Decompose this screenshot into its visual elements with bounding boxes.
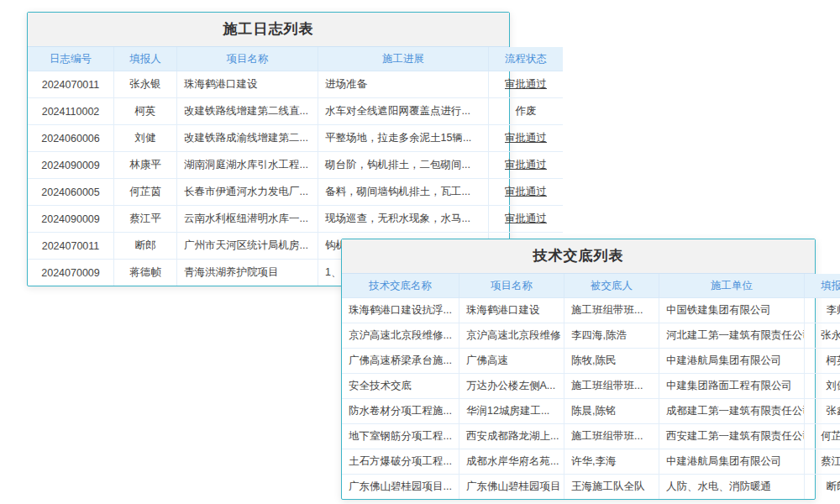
cell-project[interactable]: 广佛高速 <box>459 349 564 374</box>
cell-status[interactable]: 审批通过 <box>489 179 564 206</box>
cell-reporter[interactable]: 李帅 <box>805 298 840 323</box>
table-row: 广东佛山碧桂园项目...广东佛山碧桂园项目王海施工队全队人防、水电、消防暖通断郎 <box>342 475 840 500</box>
cell-name[interactable]: 广东佛山碧桂园项目... <box>342 475 459 500</box>
cell-name[interactable]: 珠海鹤港口建设抗浮... <box>342 298 459 323</box>
cell-project[interactable]: 珠海鹤港口建设 <box>459 298 564 323</box>
cell-progress: 平整场地，拉走多余泥土15辆... <box>318 125 489 152</box>
cell-reporter: 断郎 <box>114 233 177 260</box>
cell-id[interactable]: 2024090009 <box>28 152 114 179</box>
cell-name[interactable]: 防水卷材分项工程施... <box>342 399 459 424</box>
cell-receiver: 施工班组带班... <box>564 298 659 323</box>
construction-log-title: 施工日志列表 <box>28 13 509 47</box>
column-header-reporter: 填报人 <box>805 274 840 298</box>
cell-receiver: 施工班组带班... <box>564 424 659 449</box>
column-header-unit: 施工单位 <box>659 274 805 298</box>
tech-disclosure-table: 技术交底名称项目名称被交底人施工单位填报人 珠海鹤港口建设抗浮...珠海鹤港口建… <box>342 274 840 499</box>
disclosure-table-body: 珠海鹤港口建设抗浮...珠海鹤港口建设施工班组带班...中国铁建集团有限公司李帅… <box>342 298 840 500</box>
cell-unit: 人防、水电、消防暖通 <box>659 475 805 500</box>
cell-progress: 水车对全线遮阳网覆盖点进行... <box>318 98 489 125</box>
table-row: 2024090009蔡江平云南水利枢纽潜明水库一...现场巡查，无积水现象，水马… <box>28 206 563 233</box>
table-row: 京沪高速北京段维修...京沪高速北京段维修李四海,陈浩河北建工第一建筑有限责任公… <box>342 323 840 349</box>
cell-reporter: 林康平 <box>114 152 177 179</box>
cell-project[interactable]: 改建铁路线增建第二线直... <box>177 98 318 125</box>
column-header-project: 项目名称 <box>177 47 318 71</box>
cell-reporter: 蔡江平 <box>114 206 177 233</box>
cell-status[interactable]: 审批通过 <box>489 71 564 98</box>
cell-reporter[interactable]: 刘健 <box>805 374 840 399</box>
cell-id[interactable]: 2024110002 <box>28 98 114 125</box>
cell-id[interactable]: 2024090009 <box>28 206 114 233</box>
cell-project[interactable]: 成都水岸华府名苑... <box>459 449 564 475</box>
cell-id[interactable]: 2024060006 <box>28 125 114 152</box>
cell-project[interactable]: 京沪高速北京段维修 <box>459 323 564 349</box>
cell-project[interactable]: 青海洪湖养护院项目 <box>177 260 318 286</box>
cell-id[interactable]: 2024070009 <box>28 260 114 286</box>
cell-reporter: 柯英 <box>114 98 177 125</box>
cell-progress: 进场准备 <box>318 71 489 98</box>
cell-project[interactable]: 万达办公楼左侧A... <box>459 374 564 399</box>
cell-receiver: 施工班组带班... <box>564 374 659 399</box>
cell-project[interactable]: 湖南洞庭湖水库引水工程... <box>177 152 318 179</box>
cell-id[interactable]: 2024070011 <box>28 71 114 98</box>
table-row: 安全技术交底万达办公楼左侧A...施工班组带班...中建集团路面工程有限公司刘健 <box>342 374 840 399</box>
cell-unit: 西安建工第一建筑有限责任公司 <box>659 424 805 449</box>
table-row: 2024090009林康平湖南洞庭湖水库引水工程...砌台阶，钩机排土，二包砌间… <box>28 152 563 179</box>
cell-project[interactable]: 广州市天河区统计局机房... <box>177 233 318 260</box>
cell-unit: 中建港航局集团有限公司 <box>659 449 805 475</box>
cell-status[interactable]: 审批通过 <box>489 206 564 233</box>
cell-reporter[interactable]: 张永银 <box>805 323 840 349</box>
table-row: 2024060006刘健改建铁路成渝线增建第二...平整场地，拉走多余泥土15辆… <box>28 125 563 152</box>
cell-reporter[interactable]: 张鑫 <box>805 399 840 424</box>
table-row: 广佛高速桥梁承台施...广佛高速陈牧,陈民中建港航局集团有限公司柯英 <box>342 349 840 374</box>
table-row: 防水卷材分项工程施...华润12城房建工...陈晨,陈铭成都建工第一建筑有限责任… <box>342 399 840 424</box>
cell-progress: 现场巡查，无积水现象，水马... <box>318 206 489 233</box>
cell-status[interactable]: 审批通过 <box>489 125 564 152</box>
column-header-progress: 施工进展 <box>318 47 489 71</box>
cell-unit: 成都建工第一建筑有限责任公司 <box>659 399 805 424</box>
cell-reporter[interactable]: 柯英 <box>805 349 840 374</box>
cell-receiver: 李四海,陈浩 <box>564 323 659 349</box>
tech-disclosure-panel: 技术交底列表 技术交底名称项目名称被交底人施工单位填报人 珠海鹤港口建设抗浮..… <box>341 239 816 500</box>
cell-reporter[interactable]: 断郎 <box>805 475 840 500</box>
cell-receiver: 许华,李海 <box>564 449 659 475</box>
cell-id[interactable]: 2024070011 <box>28 233 114 260</box>
cell-reporter: 刘健 <box>114 125 177 152</box>
cell-name[interactable]: 地下室钢筋分项工程... <box>342 424 459 449</box>
cell-progress: 砌台阶，钩机排土，二包砌间... <box>318 152 489 179</box>
cell-status[interactable]: 作废 <box>489 98 564 125</box>
table-row: 地下室钢筋分项工程...西安成都路龙湖上...施工班组带班...西安建工第一建筑… <box>342 424 840 449</box>
cell-project[interactable]: 改建铁路成渝线增建第二... <box>177 125 318 152</box>
cell-reporter: 张永银 <box>114 71 177 98</box>
cell-name[interactable]: 广佛高速桥梁承台施... <box>342 349 459 374</box>
cell-project[interactable]: 广东佛山碧桂园项目 <box>459 475 564 500</box>
table-row: 2024070011张永银珠海鹤港口建设进场准备审批通过 <box>28 71 563 98</box>
cell-name[interactable]: 安全技术交底 <box>342 374 459 399</box>
cell-name[interactable]: 京沪高速北京段维修... <box>342 323 459 349</box>
cell-reporter[interactable]: 何芷茵 <box>805 424 840 449</box>
cell-receiver: 王海施工队全队 <box>564 475 659 500</box>
cell-reporter: 蒋德帧 <box>114 260 177 286</box>
tech-disclosure-title: 技术交底列表 <box>342 239 815 274</box>
column-header-status: 流程状态 <box>489 47 564 71</box>
cell-project[interactable]: 华润12城房建工... <box>459 399 564 424</box>
cell-unit: 中建集团路面工程有限公司 <box>659 374 805 399</box>
cell-receiver: 陈牧,陈民 <box>564 349 659 374</box>
table-row: 2024110002柯英改建铁路线增建第二线直...水车对全线遮阳网覆盖点进行.… <box>28 98 563 125</box>
cell-project[interactable]: 长春市伊通河水力发电厂... <box>177 179 318 206</box>
cell-reporter[interactable]: 蔡江平 <box>805 449 840 475</box>
column-header-id: 日志编号 <box>28 47 114 71</box>
column-header-name: 技术交底名称 <box>342 274 459 298</box>
table-row: 珠海鹤港口建设抗浮...珠海鹤港口建设施工班组带班...中国铁建集团有限公司李帅 <box>342 298 840 323</box>
cell-status[interactable]: 审批通过 <box>489 152 564 179</box>
cell-reporter: 何芷茵 <box>114 179 177 206</box>
column-header-receiver: 被交底人 <box>564 274 659 298</box>
cell-project[interactable]: 西安成都路龙湖上... <box>459 424 564 449</box>
cell-name[interactable]: 土石方爆破分项工程... <box>342 449 459 475</box>
column-header-project: 项目名称 <box>459 274 564 298</box>
table-row: 土石方爆破分项工程...成都水岸华府名苑...许华,李海中建港航局集团有限公司蔡… <box>342 449 840 475</box>
cell-progress: 备料，砌间墙钩机排土，瓦工... <box>318 179 489 206</box>
cell-project[interactable]: 云南水利枢纽潜明水库一... <box>177 206 318 233</box>
cell-id[interactable]: 2024060005 <box>28 179 114 206</box>
cell-project[interactable]: 珠海鹤港口建设 <box>177 71 318 98</box>
cell-unit: 中建港航局集团有限公司 <box>659 349 805 374</box>
